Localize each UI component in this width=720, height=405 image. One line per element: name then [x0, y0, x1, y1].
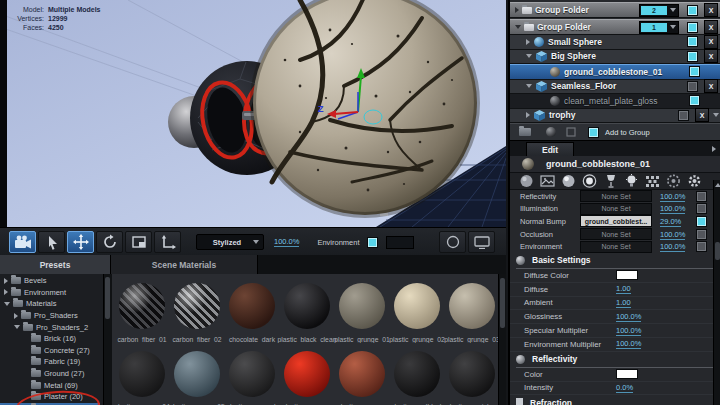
material-thumb-plastic-grunge-04[interactable]: plastic_grunge_04 — [114, 351, 169, 397]
tree-item-pro-shaders[interactable]: Pro_Shaders — [0, 310, 100, 322]
glossy-sphere-icon[interactable] — [558, 174, 579, 188]
material-sphere[interactable] — [339, 351, 385, 397]
material-thumb-plastic-grunge-r2[interactable]: plastic_grunge_r — [334, 351, 389, 397]
material-sphere[interactable] — [174, 351, 220, 397]
section-reflectivity[interactable]: Reflectivity — [516, 352, 716, 368]
scene-row-trophy[interactable]: trophy X — [510, 109, 720, 124]
link-icon[interactable] — [566, 127, 576, 137]
section-refraction[interactable]: Refraction — [516, 395, 716, 405]
camera-tool-button[interactable] — [9, 231, 36, 253]
expanded-arrow-icon[interactable] — [526, 54, 532, 58]
collapsed-arrow-icon[interactable] — [14, 313, 18, 319]
visibility-checkbox[interactable] — [687, 22, 698, 33]
collapsed-arrow-icon[interactable] — [526, 39, 530, 45]
material-sphere[interactable] — [284, 283, 330, 329]
visibility-checkbox[interactable] — [678, 110, 689, 121]
group-count-dropdown[interactable]: 1 — [639, 21, 679, 34]
texture-map-icon[interactable] — [537, 174, 558, 188]
diffuse-sphere-icon[interactable] — [516, 174, 537, 188]
section-basic-settings[interactable]: Basic Settings — [516, 253, 716, 269]
tab-edit[interactable]: Edit — [526, 142, 574, 156]
scene-row-clean-metal-plate[interactable]: clean_metal_plate_gloss — [510, 94, 720, 109]
visibility-checkbox[interactable] — [687, 36, 698, 47]
scale-tool-button[interactable] — [125, 231, 152, 253]
add-to-group-checkbox[interactable] — [588, 127, 599, 138]
tree-item-pro-shaders-2[interactable]: Pro_Shaders_2 — [0, 321, 100, 333]
tree-item-ground[interactable]: Ground (27) — [0, 368, 100, 380]
big-sphere-object[interactable] — [253, 0, 477, 215]
material-sphere[interactable] — [284, 351, 330, 397]
reflection-sphere-icon[interactable] — [579, 174, 600, 188]
channel-value[interactable]: 100.0% — [660, 230, 696, 239]
tree-scrollbar-thumb[interactable] — [105, 277, 110, 319]
new-material-icon[interactable] — [546, 127, 556, 137]
anisotropy-sphere-icon[interactable] — [663, 174, 684, 188]
prop-value[interactable]: 1.00 — [616, 284, 631, 294]
material-sphere[interactable] — [119, 351, 165, 397]
channel-checkbox[interactable] — [696, 191, 707, 202]
tree-item-metal[interactable]: Metal (69) — [0, 379, 100, 391]
channel-value[interactable]: 100.0% — [660, 242, 696, 251]
tree-item-materials[interactable]: Materials — [0, 298, 100, 310]
panel-expand-icon[interactable] — [712, 146, 716, 152]
prop-value[interactable]: 100.0% — [616, 312, 641, 322]
group-count-dropdown[interactable]: 2 — [639, 4, 679, 17]
scene-row-ground-cobblestone[interactable]: ground_cobblestone_01 — [510, 64, 720, 80]
map-slot-button[interactable]: ground_cobblest... — [580, 215, 652, 227]
render-mode-select[interactable]: Stylized — [196, 234, 264, 250]
color-swatch[interactable] — [616, 270, 638, 280]
channel-value[interactable]: 29.0% — [660, 217, 696, 226]
refraction-glass-icon[interactable] — [600, 174, 621, 188]
delete-button[interactable]: X — [704, 79, 718, 93]
channel-checkbox[interactable] — [696, 216, 707, 227]
color-swatch[interactable] — [616, 369, 638, 379]
illumination-bulb-icon[interactable] — [621, 174, 642, 188]
scroll-down-icon[interactable] — [713, 113, 719, 117]
expanded-arrow-icon[interactable] — [4, 302, 10, 306]
prop-value[interactable]: 1.00 — [616, 298, 631, 308]
prop-value[interactable]: 100.0% — [616, 326, 641, 336]
material-sphere[interactable] — [229, 283, 275, 329]
move-tool-button[interactable] — [67, 231, 94, 253]
delete-button[interactable]: X — [704, 49, 718, 63]
visibility-checkbox[interactable] — [689, 95, 700, 106]
scroll-up-icon[interactable] — [715, 183, 720, 187]
material-sphere[interactable] — [394, 283, 440, 329]
material-thumb-plastic-black-clean[interactable]: plastic_black_clean — [279, 283, 334, 329]
collapsed-arrow-icon[interactable] — [526, 112, 530, 118]
material-sphere[interactable] — [339, 283, 385, 329]
visibility-checkbox[interactable] — [687, 5, 698, 16]
delete-button[interactable]: X — [704, 3, 718, 17]
material-thumb-chocolate-dark[interactable]: chocolate_dark — [224, 283, 279, 329]
collapsed-arrow-icon[interactable] — [4, 278, 8, 284]
properties-scrollbar-thumb[interactable] — [715, 242, 720, 260]
scene-row-seamless-floor[interactable]: Seamless_Floor X — [510, 80, 720, 95]
map-slot-button[interactable]: None Set — [580, 190, 652, 202]
material-thumb-plastic-grunge-01[interactable]: plastic_grunge_01 — [334, 283, 389, 329]
map-slot-button[interactable]: None Set — [580, 241, 652, 253]
fullscreen-button[interactable] — [468, 231, 495, 253]
tree-item-concrete[interactable]: Concrete (27) — [0, 345, 100, 357]
visibility-checkbox[interactable] — [689, 66, 700, 77]
map-slot-button[interactable]: None Set — [580, 203, 652, 215]
tree-item-brick[interactable]: Brick (16) — [0, 333, 100, 345]
viewport-zoom-value[interactable]: 100.0% — [274, 237, 299, 247]
expanded-arrow-icon[interactable] — [14, 325, 20, 329]
channel-checkbox[interactable] — [696, 203, 707, 214]
tab-scene-materials[interactable]: Scene Materials — [111, 255, 258, 274]
tree-item-fabric[interactable]: Fabric (19) — [0, 356, 100, 368]
channel-value[interactable]: 100.0% — [660, 204, 696, 213]
scene-row-small-sphere[interactable]: Small Sphere X — [510, 35, 720, 50]
material-sphere[interactable] — [449, 283, 495, 329]
material-sphere[interactable] — [229, 351, 275, 397]
settings-gear-icon[interactable] — [684, 174, 705, 188]
map-slot-button[interactable]: None Set — [580, 228, 652, 240]
expanded-arrow-icon[interactable] — [515, 25, 521, 29]
material-sphere[interactable] — [394, 351, 440, 397]
tree-item-environment[interactable]: Environment — [0, 287, 100, 299]
channel-checkbox[interactable] — [696, 229, 707, 240]
collapsed-arrow-icon[interactable] — [4, 289, 8, 295]
material-sphere[interactable] — [449, 351, 495, 397]
tree-item-bevels[interactable]: Bevels — [0, 275, 100, 287]
thumbnails-scrollbar-thumb[interactable] — [500, 278, 505, 328]
